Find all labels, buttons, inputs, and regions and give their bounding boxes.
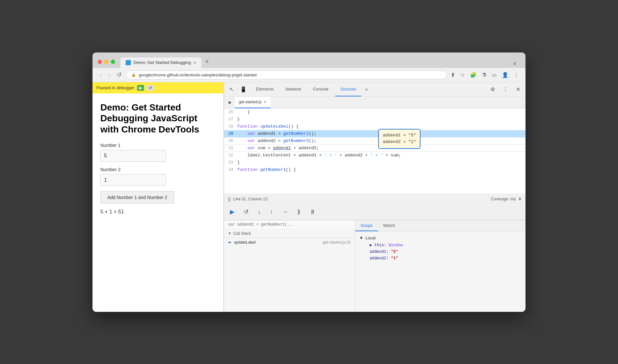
scope-item-addend2[interactable]: addend2: "1" [359,255,522,262]
scope-tab-scope[interactable]: Scope [355,220,378,231]
main-content: Paused in debugger ▶ ↺ Demo: Get Started… [93,82,525,312]
step-into-debug-button[interactable]: ↓ [256,207,263,217]
step-over-debug-button[interactable]: ↺ [242,207,251,217]
devtools-right-icons: ⚙ ⋮ ✕ [488,84,523,94]
line-num-29: 29 [224,131,237,136]
share-icon[interactable]: ⬆ [449,71,456,79]
call-stack-triangle-icon: ▼ [228,232,231,235]
code-line-34: 34 function getNumber1() { [224,166,525,173]
scope-item-this[interactable]: ▶ this: Window [359,242,522,249]
tab-elements[interactable]: Elements [251,82,279,96]
step-out-debug-button[interactable]: ↑ [268,207,275,217]
kebab-menu-icon[interactable]: ⋮ [500,84,511,94]
settings-icon[interactable]: ⚙ [488,84,498,94]
tab-sources[interactable]: Sources [335,82,361,96]
scope-local-section: ▼ Local ▶ this: Window addend1: "5" [355,234,525,263]
pause-on-exceptions-button[interactable]: ⏸ [308,207,318,217]
forward-button[interactable]: › [106,71,112,79]
window-icon[interactable]: ▭ [490,71,498,79]
code-editor[interactable]: 26 } 27 } 28 function updateLabel() { [224,109,525,194]
scope-item-addend1[interactable]: addend1: "5" [359,249,522,255]
file-tab-get-started[interactable]: get-started.js ✕ [235,97,271,108]
scope-local-header[interactable]: ▼ Local [359,235,522,240]
file-tab-close-button[interactable]: ✕ [263,100,267,104]
number1-label: Number 1 [100,143,216,148]
number2-input[interactable] [100,174,166,186]
extensions-icon[interactable]: 🧩 [469,71,478,79]
more-tabs-button[interactable]: » [362,87,370,92]
editor-status-bar: {} Line 31, Column 13 Coverage: n/a ⬇ [224,194,525,204]
browser-window: 🌐 Demo: Get Started Debugging × + ∨ ‹ › … [93,52,525,312]
scope-tab-watch[interactable]: Watch [378,220,400,231]
line-content-26: } [237,109,525,115]
line-content-34: function getNumber1() { [237,167,525,172]
lock-icon: 🔒 [131,72,136,77]
file-tabs-bar: ▶ get-started.js ✕ [224,97,525,109]
close-devtools-icon[interactable]: ✕ [513,84,523,94]
device-tool-icon[interactable]: 📱 [237,84,249,94]
line-content-27: } [237,116,525,122]
code-line-33: 33 } [224,159,525,166]
sources-area: ▶ get-started.js ✕ 26 } [224,97,525,312]
bookmark-icon[interactable]: ☆ [459,71,466,79]
reload-button[interactable]: ↺ [115,71,124,79]
add-button[interactable]: Add Number 1 and Number 2 [100,191,174,204]
more-menu-icon[interactable]: ⋮ [512,71,520,79]
number1-input[interactable] [100,150,166,162]
scope-local-label: Local [365,235,376,240]
coverage-text: Coverage: n/a [491,197,516,201]
maximize-traffic-light[interactable] [111,60,115,64]
tab-close-button[interactable]: × [194,60,196,65]
scope-tabs: Scope Watch [355,220,525,232]
tooltip-line2: addend2 = "1" [383,139,416,146]
number2-label: Number 2 [100,167,216,172]
tab-console[interactable]: Console [308,82,334,96]
code-line-32: 32 label.textContent = addend1 + ' + ' +… [224,152,525,159]
step-debug-button[interactable]: → [280,207,290,217]
pretty-print-button[interactable]: {} [228,197,231,201]
new-tab-button[interactable]: + [201,56,213,68]
tab-title: Demo: Get Started Debugging [134,60,191,65]
devtools-toolbar: ↖ 📱 Elements Network Console Sources » ⚙… [224,82,525,97]
close-traffic-light[interactable] [98,60,102,64]
back-button[interactable]: ‹ [98,71,104,79]
tabs-bar: 🌐 Demo: Get Started Debugging × + ∨ [120,56,520,68]
tab-network[interactable]: Network [280,82,306,96]
line-num-26: 26 [224,110,237,114]
resume-button[interactable]: ▶ [137,85,144,91]
code-line-30: 30 var addend2 = getNumber2(); [224,137,525,145]
nav-actions: ⬆ ☆ 🧩 ⚗ ▭ 👤 ⋮ [449,71,520,79]
tooltip-line1: addend1 = "5" [383,132,416,139]
call-stack-header[interactable]: ▼ Call Stack [224,229,355,238]
call-stack-arrow-icon: ➡ [228,240,231,245]
resume-debug-button[interactable]: ▶ [228,207,237,217]
line-num-32: 32 [224,153,237,158]
experiment-icon[interactable]: ⚗ [481,71,488,79]
devtools-panel: ↖ 📱 Elements Network Console Sources » ⚙… [224,82,525,312]
line-num-30: 30 [224,139,237,143]
step-over-button[interactable]: ↺ [147,85,154,91]
scope-pane: Scope Watch ▼ Local [355,220,525,312]
title-bar: 🌐 Demo: Get Started Debugging × + ∨ [93,52,525,68]
tab-dropdown-button[interactable]: ∨ [509,59,520,68]
code-line-29: 29 var addend1 = getNumber1(); [224,130,525,137]
profile-icon[interactable]: 👤 [501,71,510,79]
line-num-27: 27 [224,117,237,122]
code-line-26: 26 } [224,109,525,116]
line-num-33: 33 [224,160,237,165]
code-editor-container: 26 } 27 } 28 function updateLabel() { [224,109,525,194]
debugger-banner-text: Paused in debugger [96,85,134,90]
lower-section: var addend1 = getNumber1(... ▼ Call Stac… [224,220,525,312]
coverage-icon[interactable]: ⬇ [518,197,522,201]
file-tab-label: get-started.js [239,100,261,104]
browser-tab-active[interactable]: 🌐 Demo: Get Started Debugging × [120,57,201,68]
cursor-tool-icon[interactable]: ↖ [227,84,236,94]
line-content-32: label.textContent = addend1 + ' + ' + ad… [237,152,525,158]
file-nav-button[interactable]: ▶ [227,99,234,105]
deactivate-breakpoints-button[interactable]: ⟫ [295,207,302,217]
line-num-31: 31 [224,146,237,151]
call-stack-item-update-label[interactable]: ➡ updateLabel get-started.js:31 [224,238,355,247]
address-bar[interactable]: 🔒 googlechrome.github.io/devtools-sample… [126,71,447,79]
minimize-traffic-light[interactable] [104,60,109,64]
scope-content: ▼ Local ▶ this: Window addend1: "5" [355,232,525,266]
